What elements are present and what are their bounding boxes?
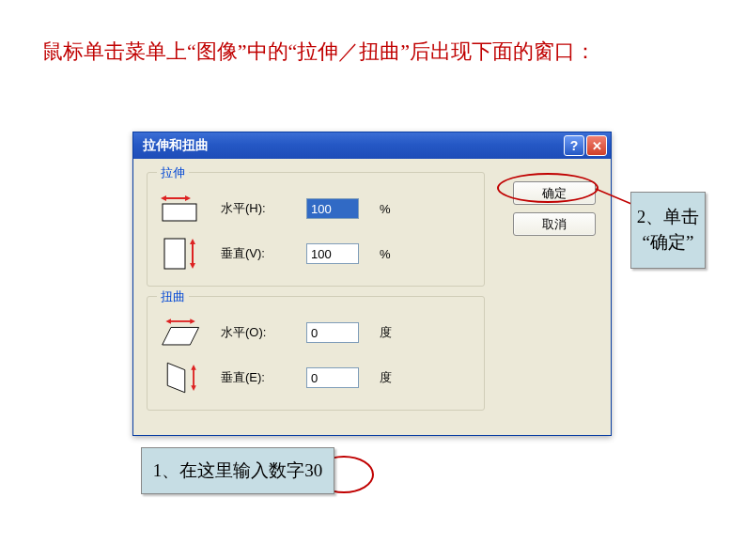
skew-h-row: 水平(O): 度 — [159, 314, 473, 351]
svg-marker-6 — [190, 239, 195, 244]
callout-step2: 2、单击 “确定” — [630, 192, 706, 269]
stretch-h-unit: % — [380, 202, 398, 216]
dialog-actions: 确定 取消 — [513, 181, 596, 236]
close-button[interactable]: ✕ — [586, 135, 607, 156]
dialog-body: 拉伸 水平(H): % — [133, 159, 611, 435]
stretch-v-label: 垂直(V): — [221, 245, 291, 262]
ok-button[interactable]: 确定 — [513, 181, 596, 205]
skew-v-icon — [159, 359, 206, 397]
stretch-v-unit: % — [380, 247, 398, 261]
svg-marker-10 — [190, 319, 195, 324]
skew-v-row: 垂直(E): 度 — [159, 359, 473, 397]
stretch-h-input[interactable] — [306, 198, 359, 219]
skew-group: 扭曲 水平(O): 度 — [147, 296, 485, 411]
stretch-group: 拉伸 水平(H): % — [147, 172, 485, 287]
stretch-h-icon — [159, 190, 206, 227]
skew-v-unit: 度 — [380, 369, 398, 386]
skew-h-unit: 度 — [380, 324, 398, 341]
svg-marker-1 — [161, 195, 166, 201]
svg-marker-7 — [190, 263, 195, 269]
title-bar: 拉伸和扭曲 ? ✕ — [133, 132, 611, 159]
title-bar-controls: ? ✕ — [564, 135, 607, 156]
svg-marker-9 — [165, 319, 171, 324]
page-instruction: 鼠标单击菜单上“图像”中的“拉伸／扭曲”后出现下面的窗口： — [42, 38, 596, 66]
svg-marker-11 — [163, 327, 199, 345]
stretch-h-label: 水平(H): — [221, 200, 291, 217]
skew-v-label: 垂直(E): — [221, 369, 291, 386]
svg-marker-15 — [191, 385, 196, 391]
dialog-title: 拉伸和扭曲 — [143, 137, 564, 154]
stretch-legend: 拉伸 — [157, 164, 189, 181]
skew-h-input[interactable] — [306, 322, 359, 343]
svg-marker-12 — [167, 363, 185, 392]
stretch-skew-dialog: 拉伸和扭曲 ? ✕ 拉伸 水平(H) — [132, 132, 612, 436]
help-button[interactable]: ? — [564, 135, 584, 156]
skew-h-label: 水平(O): — [221, 324, 291, 341]
stretch-v-icon — [159, 235, 206, 272]
svg-marker-14 — [191, 365, 196, 370]
skew-h-icon — [159, 314, 206, 351]
stretch-h-row: 水平(H): % — [159, 190, 473, 227]
callout-step1: 1、在这里输入数字30 — [141, 447, 334, 494]
stretch-v-input[interactable] — [306, 243, 359, 264]
svg-rect-4 — [164, 239, 185, 269]
svg-rect-3 — [163, 204, 196, 221]
stretch-v-row: 垂直(V): % — [159, 235, 473, 272]
cancel-button[interactable]: 取消 — [513, 212, 596, 236]
skew-v-input[interactable] — [306, 367, 359, 388]
skew-legend: 扭曲 — [157, 288, 189, 305]
svg-marker-2 — [185, 195, 191, 201]
